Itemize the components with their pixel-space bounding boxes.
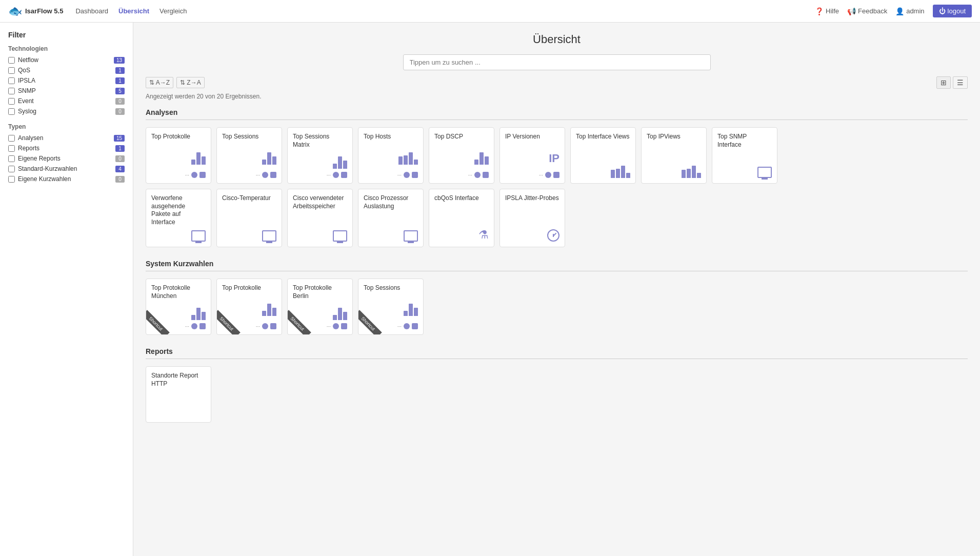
- card-top-hosts[interactable]: Top Hosts ···: [358, 127, 424, 184]
- logout-button[interactable]: ⏻ logout: [933, 5, 972, 17]
- qos-checkbox[interactable]: [8, 67, 15, 74]
- share-icon: [412, 323, 418, 329]
- bar1: [191, 160, 195, 165]
- card-top-ipviews[interactable]: Top IPViews: [641, 127, 707, 184]
- card-top-snmp-interface[interactable]: Top SNMP Interface: [712, 127, 777, 184]
- reports-badge: 1: [115, 145, 125, 152]
- filter-title: Filter: [8, 31, 125, 39]
- card-cbqos[interactable]: cbQoS Interface ⚗: [429, 189, 494, 247]
- more-icon[interactable]: ···: [397, 324, 402, 329]
- card-ip-versionen[interactable]: IP Versionen IP ···: [499, 127, 565, 184]
- card-report1-title: Standorte Report HTTP: [151, 372, 206, 388]
- nav-dashboard[interactable]: Dashboard: [75, 7, 108, 15]
- reports-label: Reports: [18, 145, 39, 152]
- card-icon-area11: [222, 230, 276, 242]
- ipsla-badge: 1: [115, 77, 125, 84]
- card-icon-area8: [647, 166, 701, 178]
- card-top-dscp[interactable]: Top DSCP ···: [429, 127, 494, 184]
- bar3: [621, 166, 625, 178]
- typen-title: Typen: [8, 123, 125, 130]
- more-icon[interactable]: ···: [468, 172, 472, 178]
- bar3: [409, 152, 413, 165]
- reports-checkbox[interactable]: [8, 145, 15, 152]
- syslog-checkbox[interactable]: [8, 108, 15, 115]
- card-top-interface-views-title: Top Interface Views: [576, 133, 630, 141]
- card-cisco-temp-title: Cisco-Temperatur: [222, 194, 276, 203]
- card-icon-area4: [364, 152, 418, 165]
- analysen-section: Analysen Top Protokolle ···: [146, 108, 968, 247]
- card-verworfene[interactable]: Verworfene ausgehende Pakete auf Interfa…: [146, 189, 211, 247]
- card-cisco-ram[interactable]: Cisco verwendeter Arbeitsspeicher: [287, 189, 353, 247]
- card-top-protokolle-kw[interactable]: Top Protokolle ···: [216, 279, 282, 335]
- admin-button[interactable]: 👤 admin: [895, 7, 924, 15]
- card-top-sessions-kw[interactable]: Top Sessions ···: [358, 279, 424, 335]
- card-top-sessions[interactable]: Top Sessions ···: [216, 127, 282, 184]
- card-top-protokolle-munchen[interactable]: Top Protokolle München ···: [146, 279, 211, 335]
- card-top-protokolle-title: Top Protokolle: [151, 133, 206, 141]
- netflow-badge: 13: [114, 57, 125, 64]
- eigene-kw-checkbox[interactable]: [8, 176, 15, 183]
- technologien-title: Technologien: [8, 45, 125, 52]
- view-buttons: ⊞ ☰: [936, 76, 968, 89]
- nav-ubersicht[interactable]: Übersicht: [118, 7, 149, 15]
- card-top-interface-views[interactable]: Top Interface Views: [570, 127, 636, 184]
- logo-icon: 🐟: [8, 5, 22, 18]
- nav-vergleich[interactable]: Vergleich: [159, 7, 187, 15]
- bar2: [616, 169, 620, 178]
- more-icon[interactable]: ···: [256, 172, 260, 178]
- logout-icon: ⏻: [939, 7, 946, 15]
- card-top-protokolle-berlin[interactable]: Top Protokolle Berlin ···: [287, 279, 353, 335]
- card-top-sessions-matrix[interactable]: Top Sessions Matrix ···: [287, 127, 353, 184]
- bar-chart-icon7: [611, 166, 630, 178]
- event-label: Event: [18, 97, 34, 105]
- monitor-icon: [757, 167, 772, 178]
- card-bottom3: ···: [293, 172, 347, 178]
- search-input[interactable]: [403, 54, 711, 70]
- grid-view-button[interactable]: ⊞: [936, 76, 951, 89]
- bar-chart-kw2: [262, 304, 276, 316]
- share-icon: [199, 323, 206, 329]
- std-kw-label: Standard-Kurzwahlen: [18, 165, 77, 172]
- sidebar: Filter Technologien Netflow 13 QoS 1: [0, 23, 133, 556]
- eigene-reports-checkbox[interactable]: [8, 155, 15, 162]
- netflow-checkbox[interactable]: [8, 57, 15, 64]
- results-count: Angezeigt werden 20 von 20 Ergebnissen.: [146, 93, 968, 100]
- netflow-label: Netflow: [18, 56, 38, 64]
- event-checkbox[interactable]: [8, 98, 15, 105]
- card-icon-area3: [293, 156, 347, 169]
- sort-za-button[interactable]: ⇅ Z→A: [176, 77, 205, 88]
- bar-chart-icon8: [682, 166, 701, 178]
- filter-standard-kurzwahlen: Standard-Kurzwahlen 4: [8, 165, 125, 172]
- more-icon[interactable]: ···: [327, 324, 331, 329]
- more-icon[interactable]: ···: [327, 172, 331, 178]
- card-verworfene-title: Verworfene ausgehende Pakete auf Interfa…: [151, 194, 206, 226]
- shortcut-ribbon2: [217, 309, 243, 334]
- technologien-section: Technologien Netflow 13 QoS 1 IPSL: [8, 45, 125, 115]
- list-view-button[interactable]: ☰: [953, 76, 968, 89]
- rss-icon: [474, 172, 481, 178]
- more-icon[interactable]: ···: [185, 172, 189, 178]
- feedback-button[interactable]: 📢 Feedback: [847, 7, 887, 15]
- ipsla-checkbox[interactable]: [8, 77, 15, 84]
- more-icon[interactable]: ···: [256, 324, 260, 329]
- more-icon[interactable]: ···: [397, 172, 402, 178]
- more-icon[interactable]: ···: [539, 172, 543, 178]
- help-button[interactable]: ❓ Hilfe: [815, 7, 839, 15]
- sort-az-button[interactable]: ⇅ A→Z: [146, 77, 173, 88]
- analysen-checkbox[interactable]: [8, 135, 15, 142]
- card-cisco-cpu[interactable]: Cisco Prozessor Auslastung: [358, 189, 424, 247]
- qos-badge: 1: [115, 67, 125, 74]
- card-top-protokolle[interactable]: Top Protokolle ···: [146, 127, 211, 184]
- bar-chart-icon2: [262, 152, 276, 165]
- std-kw-checkbox[interactable]: [8, 166, 15, 172]
- card-standorte-report[interactable]: Standorte Report HTTP: [146, 366, 211, 423]
- toolbar: ⇅ A→Z ⇅ Z→A ⊞ ☰: [146, 76, 968, 89]
- card-icon-area9: [717, 167, 772, 178]
- filter-ipsla: IPSLA 1: [8, 77, 125, 84]
- more-icon[interactable]: ···: [185, 324, 189, 329]
- card-ipsla[interactable]: IPSLA Jitter-Probes: [499, 189, 565, 247]
- card-icon-area13: [364, 230, 418, 242]
- card-bottom6: ···: [505, 172, 559, 178]
- snmp-checkbox[interactable]: [8, 88, 15, 94]
- card-cisco-temp[interactable]: Cisco-Temperatur: [216, 189, 282, 247]
